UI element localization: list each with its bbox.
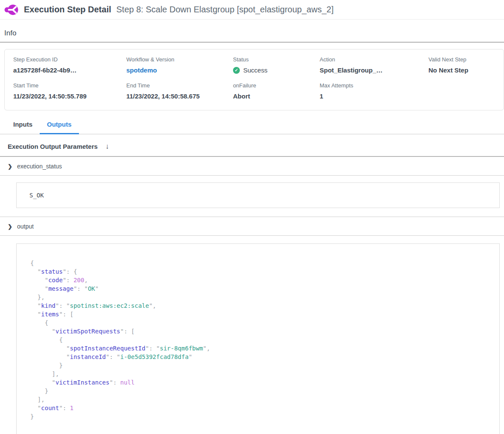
execution-status-value: S_OK xyxy=(16,182,500,208)
code-line: { xyxy=(30,318,499,327)
field-max-attempts: Max Attempts 1 xyxy=(320,82,428,100)
field-label: Action xyxy=(320,56,428,63)
field-label: Start Time xyxy=(13,82,126,89)
field-workflow-version: Workflow & Version spotdemo xyxy=(126,56,233,74)
code-line: } xyxy=(30,361,499,370)
code-line: } xyxy=(30,412,499,421)
success-check-icon: ✓ xyxy=(233,67,240,74)
tab-inputs[interactable]: Inputs xyxy=(6,121,40,134)
code-line: "spotInstanceRequestId": "sir-8qm6fbwm", xyxy=(30,344,499,353)
code-line: }, xyxy=(30,293,499,301)
code-line: "kind": "spotinst:aws:ec2:scale", xyxy=(30,301,499,310)
field-label: Max Attempts xyxy=(320,82,428,89)
info-divider xyxy=(0,42,504,43)
download-icon[interactable]: ↓ xyxy=(105,143,109,150)
tab-outputs[interactable]: Outputs xyxy=(40,121,79,134)
tab-bar: Inputs Outputs xyxy=(6,121,504,134)
code-line: } xyxy=(30,387,499,395)
code-line: "items": [ xyxy=(30,310,499,318)
field-value: Spot_Elastigroup_… xyxy=(320,67,428,74)
expander-execution-status[interactable]: ❯ execution_status xyxy=(0,157,504,175)
field-value: 11/23/2022, 14:50:55.789 xyxy=(13,93,126,100)
group-name: output xyxy=(17,223,34,230)
field-end-time: End Time 11/23/2022, 14:50:58.675 xyxy=(126,82,233,100)
field-start-time: Start Time 11/23/2022, 14:50:55.789 xyxy=(13,82,126,100)
field-value: 1 xyxy=(320,93,428,100)
code-line: "status": { xyxy=(30,267,499,276)
expander-output[interactable]: ❯ output xyxy=(0,217,504,235)
code-line: "victimInstances": null xyxy=(30,378,499,387)
outputs-section-title: Execution Output Parameters xyxy=(8,143,98,150)
field-action: Action Spot_Elastigroup_… xyxy=(320,56,428,74)
page-title: Execution Step Detail xyxy=(24,5,111,14)
output-json-code: { "status": { "code": 200, "message": "O… xyxy=(16,243,500,434)
field-valid-next-step: Valid Next Step No Next Step xyxy=(428,56,504,74)
code-line: ], xyxy=(30,395,499,404)
field-label: End Time xyxy=(126,82,233,89)
workflow-link[interactable]: spotdemo xyxy=(126,67,233,74)
code-line: "instanceId": "i-0e5d5392fcad78dfa" xyxy=(30,353,499,361)
info-section-title: Info xyxy=(4,29,504,38)
code-line: "count": 1 xyxy=(30,404,499,412)
code-line: "code": 200, xyxy=(30,276,499,284)
status-text: Success xyxy=(243,67,268,74)
outputs-section-header: Execution Output Parameters ↓ xyxy=(0,134,504,156)
field-value: Abort xyxy=(233,93,320,100)
code-line: { xyxy=(30,259,499,267)
field-label: onFailure xyxy=(233,82,320,89)
status-badge: ✓ Success xyxy=(233,67,320,74)
row-divider xyxy=(0,235,504,236)
field-label: Workflow & Version xyxy=(126,56,233,63)
field-spacer xyxy=(428,82,504,100)
group-name: execution_status xyxy=(17,163,62,170)
field-on-failure: onFailure Abort xyxy=(233,82,320,100)
code-line: { xyxy=(30,336,499,344)
app-logo-icon xyxy=(4,3,19,16)
chevron-right-icon[interactable]: ❯ xyxy=(8,163,17,170)
page-subtitle: Step 8: Scale Down Elastgroup [spot_elas… xyxy=(117,5,334,14)
code-line: ], xyxy=(30,370,499,378)
field-status: Status ✓ Success xyxy=(233,56,320,74)
info-card: Step Execution ID a125728f-6b22-4b9… Wor… xyxy=(4,49,504,110)
row-divider xyxy=(0,175,504,176)
field-value: 11/23/2022, 14:50:58.675 xyxy=(126,93,233,100)
field-label: Status xyxy=(233,56,320,63)
chevron-right-icon[interactable]: ❯ xyxy=(8,223,17,230)
field-label: Valid Next Step xyxy=(428,56,504,63)
header: Execution Step Detail Step 8: Scale Down… xyxy=(0,0,504,20)
field-value: a125728f-6b22-4b9… xyxy=(13,67,126,74)
field-value: No Next Step xyxy=(428,67,504,74)
field-step-execution-id: Step Execution ID a125728f-6b22-4b9… xyxy=(13,56,126,74)
field-label: Step Execution ID xyxy=(13,56,126,63)
code-line: "victimSpotRequests": [ xyxy=(30,327,499,336)
code-line: "message": "OK" xyxy=(30,284,499,293)
